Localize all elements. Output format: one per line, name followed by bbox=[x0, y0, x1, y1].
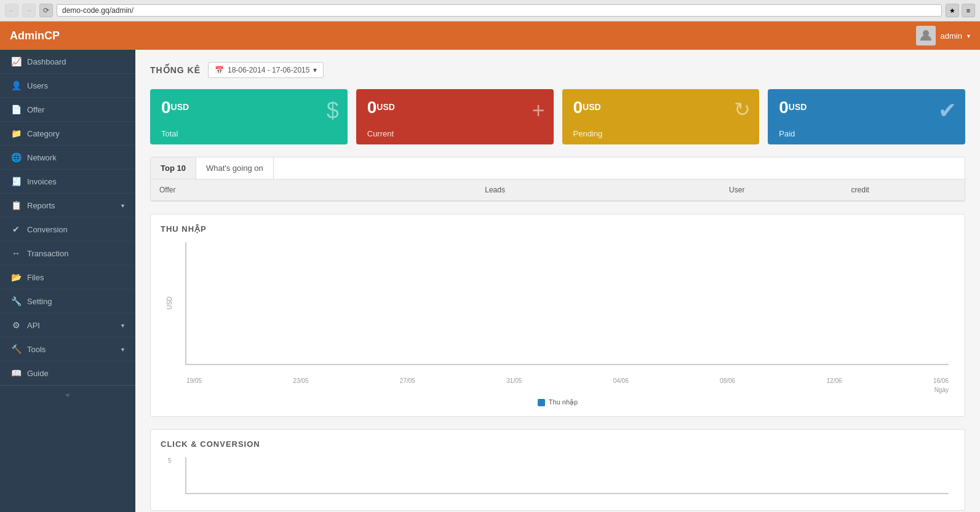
sidebar-item-network[interactable]: 🌐 Network bbox=[0, 146, 135, 170]
x-label-2: 23/05 bbox=[293, 377, 308, 384]
top10-table: Offer Leads User credit bbox=[151, 179, 965, 201]
pending-amount: 0 bbox=[573, 98, 583, 117]
total-icon: $ bbox=[327, 98, 339, 124]
card-paid: 0USD ✔ Paid bbox=[768, 89, 965, 144]
sidebar: 📈 Dashboard 👤 Users 📄 Offer 📁 Category 🌐… bbox=[0, 50, 135, 512]
stats-label: THỐNG KÊ bbox=[150, 65, 201, 75]
refresh-button[interactable]: ⟳ bbox=[39, 4, 53, 17]
reports-arrow: ▾ bbox=[121, 202, 124, 209]
sidebar-item-dashboard[interactable]: 📈 Dashboard bbox=[0, 50, 135, 74]
total-currency: USD bbox=[171, 102, 189, 112]
sidebar-collapse-button[interactable]: « bbox=[0, 385, 135, 403]
sidebar-label-setting: Setting bbox=[27, 297, 52, 306]
income-y-label: USD bbox=[166, 296, 173, 309]
paid-currency: USD bbox=[789, 102, 807, 112]
api-arrow: ▾ bbox=[121, 322, 124, 329]
current-amount: 0 bbox=[367, 98, 377, 117]
click-chart-area: 5 bbox=[185, 457, 949, 494]
ngay-label: Ngày bbox=[161, 387, 949, 393]
x-label-4: 31/05 bbox=[506, 377, 522, 384]
pending-label: Pending bbox=[573, 125, 749, 138]
sidebar-item-tools[interactable]: 🔨 Tools ▾ bbox=[0, 337, 135, 361]
col-header-offer: Offer bbox=[151, 179, 476, 201]
x-label-6: 08/06 bbox=[720, 377, 735, 384]
date-range-button[interactable]: 📅 18-06-2014 - 17-06-2015 ▾ bbox=[208, 62, 324, 78]
sidebar-item-api[interactable]: ⚙ API ▾ bbox=[0, 313, 135, 337]
conversion-icon: ✔ bbox=[11, 224, 21, 234]
current-label: Current bbox=[367, 125, 543, 138]
sidebar-item-transaction[interactable]: ↔ Transaction bbox=[0, 242, 135, 266]
tools-icon: 🔨 bbox=[11, 344, 21, 354]
guide-icon: 📖 bbox=[11, 368, 21, 378]
tools-arrow: ▾ bbox=[121, 346, 124, 353]
forward-button[interactable]: → bbox=[22, 4, 36, 17]
setting-icon: 🔧 bbox=[11, 296, 21, 306]
x-label-1: 19/05 bbox=[186, 377, 202, 384]
files-icon: 📂 bbox=[11, 272, 21, 282]
sidebar-label-invoices: Invoices bbox=[27, 177, 57, 186]
app: AdminCP admin ▾ 📈 Dashboard 👤 Users 📄 Of… bbox=[0, 22, 980, 512]
col-header-leads: Leads bbox=[476, 179, 720, 201]
income-chart-section: THU NHẬP USD 19/05 23/05 27/05 31/05 04/… bbox=[150, 214, 965, 417]
brand-title: AdminCP bbox=[10, 30, 60, 42]
sidebar-label-users: Users bbox=[27, 81, 48, 90]
legend-dot bbox=[538, 399, 545, 406]
address-bar[interactable]: demo-code.gq/admin/ bbox=[57, 4, 942, 17]
income-chart-area: USD bbox=[185, 242, 949, 365]
legend-label: Thu nhập bbox=[549, 398, 578, 406]
username-label: admin bbox=[941, 31, 962, 41]
user-area[interactable]: admin ▾ bbox=[916, 26, 970, 45]
stat-cards: 0USD $ Total 0USD + Current 0USD ↻ bbox=[150, 89, 965, 144]
tab-content: Offer Leads User credit bbox=[151, 179, 965, 201]
click-title: CLICK & CONVERSION bbox=[161, 439, 955, 449]
tabs-header: Top 10 What's going on bbox=[151, 157, 965, 179]
offer-icon: 📄 bbox=[11, 104, 21, 114]
sidebar-label-reports: Reports bbox=[27, 201, 55, 210]
current-currency: USD bbox=[376, 102, 395, 112]
x-label-8: 16/06 bbox=[933, 377, 949, 384]
sidebar-label-api: API bbox=[27, 321, 40, 330]
sidebar-item-setting[interactable]: 🔧 Setting bbox=[0, 289, 135, 313]
transaction-icon: ↔ bbox=[11, 248, 21, 258]
paid-icon: ✔ bbox=[938, 98, 957, 124]
sidebar-item-reports[interactable]: 📋 Reports ▾ bbox=[0, 194, 135, 218]
back-button[interactable]: ← bbox=[5, 4, 18, 17]
menu-button[interactable]: ≡ bbox=[962, 4, 975, 17]
browser-chrome: ← → ⟳ demo-code.gq/admin/ ★ ≡ bbox=[0, 0, 980, 22]
reports-icon: 📋 bbox=[11, 200, 21, 210]
paid-label: Paid bbox=[779, 125, 954, 138]
sidebar-item-conversion[interactable]: ✔ Conversion bbox=[0, 218, 135, 242]
click-y-label: 5 bbox=[168, 457, 172, 464]
top-header: AdminCP admin ▾ bbox=[0, 22, 980, 50]
sidebar-item-invoices[interactable]: 🧾 Invoices bbox=[0, 170, 135, 194]
total-label: Total bbox=[161, 125, 337, 138]
tab-top10[interactable]: Top 10 bbox=[151, 157, 196, 179]
pending-currency: USD bbox=[583, 102, 601, 112]
network-icon: 🌐 bbox=[11, 152, 21, 162]
bookmark-button[interactable]: ★ bbox=[946, 4, 959, 17]
sidebar-label-files: Files bbox=[27, 273, 44, 282]
sidebar-label-dashboard: Dashboard bbox=[27, 57, 66, 66]
sidebar-label-offer: Offer bbox=[27, 105, 45, 114]
sidebar-item-offer[interactable]: 📄 Offer bbox=[0, 98, 135, 122]
x-label-5: 04/06 bbox=[613, 377, 629, 384]
total-amount: 0 bbox=[161, 98, 171, 117]
date-range-text: 18-06-2014 - 17-06-2015 bbox=[228, 66, 309, 74]
sidebar-label-tools: Tools bbox=[27, 345, 46, 354]
sidebar-item-files[interactable]: 📂 Files bbox=[0, 266, 135, 289]
sidebar-item-guide[interactable]: 📖 Guide bbox=[0, 361, 135, 385]
sidebar-item-users[interactable]: 👤 Users bbox=[0, 74, 135, 98]
tab-whats-going-on[interactable]: What's going on bbox=[196, 157, 274, 179]
sidebar-label-category: Category bbox=[27, 129, 60, 138]
income-chart-title: THU NHẬP bbox=[161, 224, 955, 234]
current-icon: + bbox=[532, 98, 544, 124]
click-section: CLICK & CONVERSION 5 bbox=[150, 429, 965, 511]
invoices-icon: 🧾 bbox=[11, 176, 21, 186]
pending-icon: ↻ bbox=[734, 98, 751, 121]
tabs-container: Top 10 What's going on Offer Leads User … bbox=[150, 157, 965, 202]
card-current: 0USD + Current bbox=[356, 89, 554, 144]
sidebar-item-category[interactable]: 📁 Category bbox=[0, 122, 135, 146]
api-icon: ⚙ bbox=[11, 320, 21, 330]
x-label-3: 27/05 bbox=[400, 377, 415, 384]
category-icon: 📁 bbox=[11, 128, 21, 138]
